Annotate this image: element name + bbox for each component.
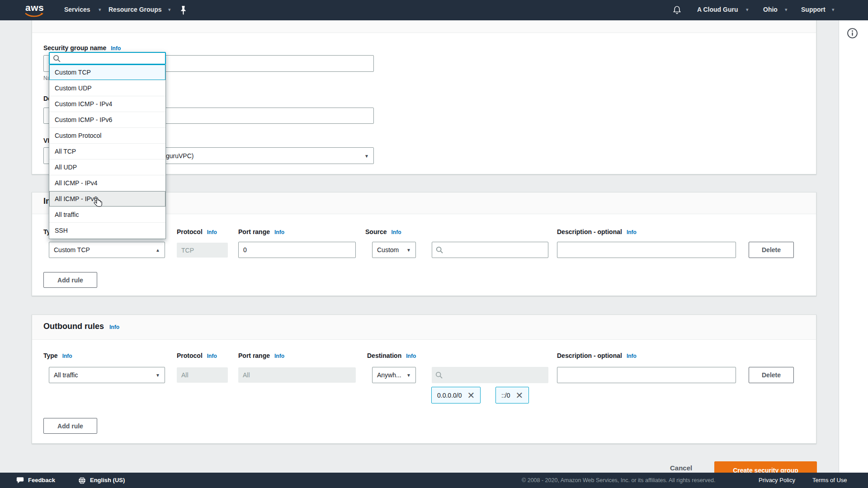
nav-account-menu[interactable]: A Cloud Guru [697,6,738,13]
dropdown-option-all-traffic[interactable]: All traffic [49,207,165,223]
vpc-select-value: guruVPC) [166,152,193,160]
destination-tag-value: ::/0 [501,392,510,399]
outbound-protocol-info-link[interactable]: Info [207,353,217,359]
search-icon [436,246,443,253]
chevron-down-icon: ▼ [364,153,369,158]
inbound-source-select[interactable]: Custom ▼ [372,242,416,258]
chevron-up-icon: ▲ [156,248,160,253]
nav-support-menu[interactable]: Support [801,6,826,13]
dropdown-option-custom-icmp-ipv4[interactable]: Custom ICMP - IPv4 [49,96,165,112]
dropdown-option-all-icmp-ipv6[interactable]: All ICMP - IPv6 [49,191,165,207]
type-dropdown-search-input[interactable] [63,55,162,62]
outbound-add-rule-button[interactable]: Add rule [43,418,97,434]
outbound-description-input[interactable] [557,367,736,383]
outbound-port-range-info-link[interactable]: Info [274,353,284,359]
outbound-protocol-value: All [177,367,228,383]
bell-icon[interactable] [672,5,682,15]
top-navigation: aws Services ▾ Resource Groups ▾ A Cloud… [0,0,868,20]
chevron-down-icon: ▼ [406,248,411,253]
outbound-type-select[interactable]: All traffic ▼ [49,367,165,383]
outbound-destination-select-value: Anywh... [377,371,401,379]
security-group-name-info-link[interactable]: Info [111,45,121,52]
outbound-type-select-value: All traffic [54,371,78,379]
outbound-destination-label: Destination [367,352,401,359]
language-button[interactable]: English (US) [90,477,125,483]
nav-services[interactable]: Services [64,6,90,13]
dropdown-option-custom-protocol[interactable]: Custom Protocol [49,128,165,144]
chevron-down-icon: ▾ [168,7,171,13]
inbound-port-range-info-link[interactable]: Info [274,229,284,235]
security-group-name-label: Security group name [43,44,106,52]
outbound-description-info-link[interactable]: Info [627,353,637,359]
remove-tag-icon[interactable]: ✕ [467,391,475,400]
chevron-down-icon: ▾ [99,7,101,13]
outbound-destination-info-link[interactable]: Info [406,353,416,359]
cancel-button[interactable]: Cancel [670,464,692,472]
search-icon [435,371,443,379]
inbound-delete-button[interactable]: Delete [749,242,794,258]
info-circle-icon[interactable] [847,28,858,39]
dropdown-option-custom-udp[interactable]: Custom UDP [49,80,165,96]
chevron-down-icon: ▾ [832,7,835,13]
inbound-port-range-label: Port range [238,228,270,235]
nav-region-menu[interactable]: Ohio [763,6,778,13]
dropdown-option-all-icmp-ipv4[interactable]: All ICMP - IPv4 [49,175,165,191]
outbound-type-info-link[interactable]: Info [62,353,72,359]
type-dropdown-search[interactable] [49,52,166,65]
outbound-description-label: Description - optional [557,352,622,359]
inbound-source-search-input[interactable] [446,246,544,253]
remove-tag-icon[interactable]: ✕ [515,391,523,400]
inbound-source-info-link[interactable]: Info [391,229,401,235]
dropdown-option-ssh[interactable]: SSH [49,223,165,239]
inbound-protocol-value: TCP [177,243,228,258]
chevron-down-icon: ▼ [406,373,411,378]
inbound-description-info-link[interactable]: Info [627,229,637,235]
destination-tag: 0.0.0.0/0 ✕ [431,387,481,404]
dropdown-option-all-tcp[interactable]: All TCP [49,144,165,160]
help-panel-rail [839,20,868,473]
copyright-text: © 2008 - 2020, Amazon Web Services, Inc.… [522,477,715,483]
type-dropdown: Custom TCP Custom UDP Custom ICMP - IPv4… [49,52,166,239]
destination-tag-value: 0.0.0.0/0 [437,392,462,399]
pin-icon[interactable] [180,5,187,15]
outbound-protocol-label: Protocol [177,352,203,359]
outbound-delete-button[interactable]: Delete [749,367,794,383]
outbound-port-range-value: All [238,367,356,383]
terms-of-use-link[interactable]: Terms of Use [812,477,847,483]
inbound-source-label: Source [365,228,387,235]
outbound-type-label: Type [43,352,58,359]
console-footer: Feedback English (US) © 2008 - 2020, Ama… [0,473,868,488]
chevron-down-icon: ▾ [785,7,788,13]
type-dropdown-list: Custom TCP Custom UDP Custom ICMP - IPv4… [49,65,166,239]
dropdown-option-custom-icmp-ipv6[interactable]: Custom ICMP - IPv6 [49,112,165,128]
aws-smile-icon [25,13,44,18]
inbound-type-select-value: Custom TCP [54,246,90,253]
feedback-bubble-icon [16,477,24,484]
globe-icon [78,477,86,484]
hand-cursor-icon [92,197,104,209]
inbound-description-input[interactable] [557,242,736,258]
dropdown-option-all-udp[interactable]: All UDP [49,160,165,175]
inbound-protocol-info-link[interactable]: Info [207,229,217,235]
privacy-policy-link[interactable]: Privacy Policy [759,477,795,483]
outbound-rules-header [32,315,816,340]
dropdown-option-custom-tcp[interactable]: Custom TCP [49,65,165,80]
destination-tag: ::/0 ✕ [495,387,529,404]
search-icon [53,55,61,62]
outbound-port-range-label: Port range [238,352,270,359]
outbound-rules-title: Outbound rules [43,322,104,331]
chevron-down-icon: ▼ [156,373,160,378]
nav-resource-groups[interactable]: Resource Groups [108,6,161,13]
aws-console-page: Basic details Security group name Info N… [0,0,868,488]
inbound-port-range-input[interactable] [238,242,356,258]
outbound-rules-info-link[interactable]: Info [109,324,119,330]
inbound-add-rule-button[interactable]: Add rule [43,272,97,288]
inbound-source-select-value: Custom [377,246,399,253]
inbound-source-search[interactable] [432,242,548,258]
inbound-type-select[interactable]: Custom TCP ▲ [49,242,165,258]
chevron-down-icon: ▾ [746,7,749,13]
feedback-button[interactable]: Feedback [28,477,55,483]
outbound-destination-search [432,367,548,383]
outbound-destination-select[interactable]: Anywh... ▼ [372,367,416,383]
inbound-protocol-label: Protocol [177,228,203,235]
